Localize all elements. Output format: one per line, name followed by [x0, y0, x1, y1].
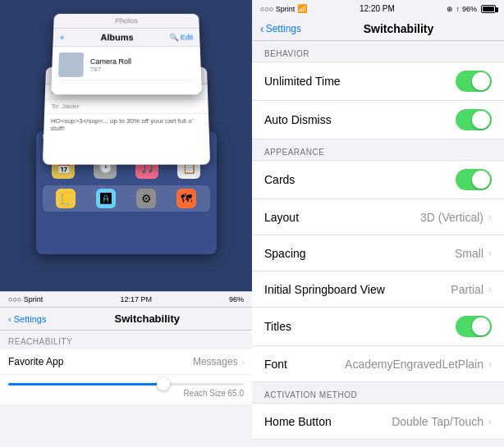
photos-card: Photos + Albums 🔍 Edit Camera Roll 787	[51, 14, 202, 95]
r-arrow-icon: ↑	[456, 5, 460, 13]
r-row-0-1[interactable]: Auto Dismiss	[252, 101, 504, 139]
lb-back-arrow: ‹	[8, 314, 11, 324]
lb-carrier: ○○○ Sprint	[8, 295, 43, 303]
r-rows-group-2: Home ButtonDouble Tap/Touch›	[252, 403, 504, 440]
r-row-label-1-1: Layout	[264, 211, 420, 224]
r-location-icon: ⊕	[447, 5, 453, 13]
r-row-chevron-2-0: ›	[488, 416, 492, 427]
r-row-label-1-3: Initial Springboard View	[264, 283, 451, 296]
lb-favorite-chevron: ›	[241, 358, 244, 367]
r-row-0-0[interactable]: Unlimited Time	[252, 62, 504, 101]
r-battery-pct: 96%	[462, 5, 477, 13]
r-row-1-1[interactable]: Layout3D (Vertical)›	[252, 199, 504, 235]
r-row-label-0-0: Unlimited Time	[264, 75, 456, 88]
notes-dock-icon: 📒	[56, 189, 76, 208]
r-nav-title: Switchability	[301, 22, 496, 35]
r-back-arrow-icon: ‹	[260, 22, 264, 35]
r-statusbar-right: ⊕ ↑ 96%	[447, 5, 496, 13]
r-row-1-3[interactable]: Initial Springboard ViewPartial›	[252, 271, 504, 308]
album-info: Camera Roll 787	[89, 57, 131, 72]
r-back-label: Settings	[266, 23, 301, 34]
photos-title: Albums	[64, 33, 169, 43]
r-row-label-1-4: Titles	[264, 320, 456, 333]
r-row-value-1-3: Partial	[451, 283, 483, 296]
left-bottom-settings: ○○○ Sprint 12:17 PM 96% ‹ Settings Switc…	[0, 291, 252, 447]
r-time: 12:20 PM	[360, 4, 395, 13]
lb-reach-size-value: 65.0	[228, 389, 244, 398]
r-toggle-thumb-0-0	[472, 72, 490, 90]
lb-slider-container: Reach Size 65.0	[0, 375, 252, 405]
r-row-1-4[interactable]: Titles	[252, 308, 504, 346]
r-section-header-2: ACTIVATION METHOD	[252, 382, 504, 403]
maps-dock-icon: 🗺	[176, 189, 196, 208]
r-rows-group-1: CardsLayout3D (Vertical)›SpacingSmall›In…	[252, 160, 504, 382]
r-row-1-5[interactable]: FontAcademyEngravedLetPlain›	[252, 346, 504, 382]
right-panel: ○○○ Sprint 📶 12:20 PM ⊕ ↑ 96% ‹ Settings…	[252, 0, 504, 447]
home-dock: 📒 🅰 ⚙ 🗺	[43, 185, 210, 212]
r-row-1-0[interactable]: Cards	[252, 161, 504, 199]
r-statusbar-left: ○○○ Sprint 📶	[260, 4, 307, 13]
lb-favorite-value: Messages	[193, 356, 238, 367]
r-row-label-1-2: Spacing	[264, 247, 455, 260]
r-toggle-thumb-1-0	[472, 171, 490, 189]
lb-navbar: ‹ Settings Switchability	[0, 308, 252, 331]
lb-battery: 96%	[229, 295, 244, 303]
r-toggle-0-1[interactable]	[456, 109, 492, 130]
r-section-header-1: APPEARANCE	[252, 139, 504, 160]
photos-card-header: Photos	[53, 14, 199, 29]
r-row-label-2-0: Home Button	[264, 415, 392, 428]
r-section-header-0: BEHAVIOR	[252, 41, 504, 62]
r-toggle-thumb-0-1	[472, 111, 490, 129]
lb-slider-fill	[8, 383, 162, 385]
r-row-chevron-1-2: ›	[488, 248, 492, 259]
r-row-1-2[interactable]: SpacingSmall›	[252, 235, 504, 271]
r-row-chevron-1-1: ›	[488, 212, 492, 223]
r-toggle-0-0[interactable]	[456, 71, 492, 92]
r-row-label-1-5: Font	[264, 358, 345, 371]
r-sections: BEHAVIORUnlimited TimeAuto DismissAPPEAR…	[252, 41, 504, 440]
r-statusbar: ○○○ Sprint 📶 12:20 PM ⊕ ↑ 96%	[252, 0, 504, 17]
r-wifi-icon: 📶	[297, 4, 307, 13]
left-panel: Photos + Albums 🔍 Edit Camera Roll 787 ‹	[0, 0, 252, 447]
r-rows-group-0: Unlimited TimeAuto Dismiss	[252, 62, 504, 139]
lb-back-label: Settings	[14, 314, 47, 324]
r-row-chevron-1-3: ›	[488, 284, 492, 295]
album-row: Camera Roll 787	[57, 50, 194, 80]
lb-row-favorite[interactable]: Favorite App Messages ›	[0, 349, 252, 375]
album-thumb	[57, 52, 83, 77]
iphone-screen-area: Photos + Albums 🔍 Edit Camera Roll 787 ‹	[0, 0, 252, 295]
r-toggle-1-4[interactable]	[456, 316, 492, 337]
settings-dock-icon: ⚙	[136, 189, 156, 208]
photos-toolbar: + Albums 🔍 Edit	[53, 29, 199, 47]
lb-title: Switchability	[50, 312, 244, 325]
lb-back-button[interactable]: ‹ Settings	[8, 314, 46, 324]
r-row-value-1-5: AcademyEngravedLetPlain	[345, 358, 483, 371]
r-toggle-1-0[interactable]	[456, 169, 492, 190]
r-row-value-1-2: Small	[455, 247, 483, 260]
r-battery-icon	[481, 5, 496, 13]
lb-slider-thumb[interactable]	[157, 377, 170, 390]
r-row-value-2-0: Double Tap/Touch	[392, 415, 483, 428]
appstore-dock-icon: 🅰	[96, 189, 116, 208]
r-navbar: ‹ Settings Switchability	[252, 17, 504, 41]
lb-slider-label: Reach Size 65.0	[8, 389, 244, 398]
mail-row-to: To: Javier	[44, 99, 208, 114]
mail-body: HO<sup>3</sup>... up to 30% off your car…	[44, 114, 209, 135]
r-carrier: ○○○ Sprint	[260, 5, 295, 13]
r-row-label-0-1: Auto Dismiss	[264, 113, 456, 126]
lb-favorite-label: Favorite App	[8, 356, 193, 367]
lb-slider[interactable]	[8, 383, 244, 385]
r-row-value-1-1: 3D (Vertical)	[420, 211, 483, 224]
r-row-2-0[interactable]: Home ButtonDouble Tap/Touch›	[252, 404, 504, 440]
lb-section-header: REACHABILITY	[0, 331, 252, 349]
r-row-chevron-1-5: ›	[488, 358, 492, 370]
photos-content: Camera Roll 787	[51, 47, 201, 84]
r-row-label-1-0: Cards	[264, 173, 456, 186]
lb-statusbar: ○○○ Sprint 12:17 PM 96%	[0, 292, 252, 308]
lb-time: 12:17 PM	[120, 295, 152, 303]
r-back-button[interactable]: ‹ Settings	[260, 22, 301, 35]
lb-reach-size-label: Reach Size	[184, 389, 226, 398]
r-toggle-thumb-1-4	[472, 317, 490, 335]
